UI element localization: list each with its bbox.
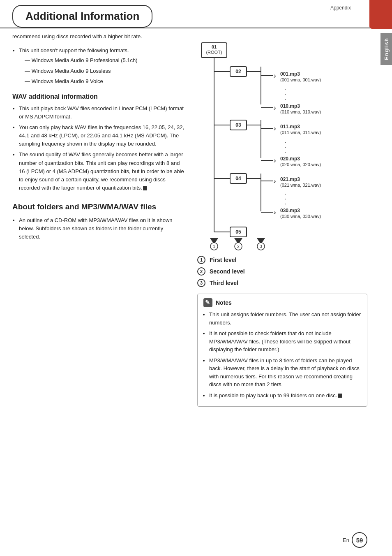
svg-text:♪: ♪: [273, 157, 276, 164]
svg-text:♪: ♪: [273, 178, 276, 184]
left-column: recommend using discs recorded with a hi…: [12, 32, 185, 407]
level-item-1: 1 First level: [197, 256, 367, 264]
svg-text:(021.wma, 021.wav): (021.wma, 021.wav): [280, 183, 321, 188]
svg-text:020.mp3: 020.mp3: [280, 156, 300, 162]
svg-text:·: ·: [285, 200, 286, 207]
sub-formats-list: Windows Media Audio 9 Professional (5.1c…: [25, 56, 185, 86]
sidebar-label: English: [383, 38, 390, 60]
wav-bullets-list: This unit plays back WAV files encoded i…: [19, 104, 185, 192]
folder-tree-diagram: 01 (ROOT) 02 ♪ 001.mp3 (001.wma, 001.wav…: [197, 37, 367, 252]
title-box: Additional Information: [12, 5, 152, 28]
intro-text: recommend using discs recorded with a hi…: [12, 32, 185, 41]
level-labels: 1 First level 2 Second level 3 Third lev…: [197, 256, 367, 287]
page-header: Additional Information Appendix: [0, 0, 392, 28]
footer-page-number: 59: [352, 532, 367, 548]
level-1-label: First level: [210, 257, 236, 263]
svg-text:01: 01: [212, 44, 217, 49]
wav-section-title: WAV additional information: [12, 93, 185, 100]
stop-symbol-2: [338, 394, 342, 398]
svg-text:010.mp3: 010.mp3: [280, 103, 300, 109]
note-item-1: This unit assigns folder numbers. The us…: [209, 310, 361, 327]
folders-section-title: About folders and MP3/WMA/WAV files: [12, 202, 185, 212]
level-1-circle: 1: [197, 256, 205, 264]
notes-title: Notes: [216, 299, 232, 306]
appendix-label: Appendix: [330, 5, 351, 11]
svg-text:2: 2: [237, 244, 240, 249]
main-content: recommend using discs recorded with a hi…: [0, 32, 392, 407]
folders-bullets-list: An outline of a CD-ROM with MP3/WMA/WAV …: [19, 216, 185, 241]
english-sidebar: English: [380, 33, 392, 65]
notes-icon: [203, 298, 212, 307]
wav-bullet-2: You can only play back WAV files in the …: [19, 123, 185, 148]
unsupported-formats-list: This unit doesn't support the following …: [19, 46, 185, 86]
notes-header: Notes: [203, 298, 361, 307]
wav-bullet-3: The sound quality of WAV files generally…: [19, 151, 185, 192]
level-3-label: Third level: [210, 280, 238, 286]
svg-text:·: ·: [285, 148, 286, 155]
svg-text:(020.wma, 020.wav): (020.wma, 020.wav): [280, 162, 321, 167]
svg-text:♪: ♪: [273, 104, 276, 111]
svg-text:♪: ♪: [273, 209, 276, 215]
note-item-3: MP3/WMA/WAV files in up to 8 tiers of fo…: [209, 357, 361, 389]
svg-text:(011.wma, 011.wav): (011.wma, 011.wav): [280, 130, 321, 135]
folders-bullet-1: An outline of a CD-ROM with MP3/WMA/WAV …: [19, 216, 185, 241]
svg-text:(030.wma, 030.wav): (030.wma, 030.wav): [280, 214, 321, 219]
level-item-3: 3 Third level: [197, 279, 367, 287]
note-item-4: It is possible to play back up to 99 fol…: [209, 392, 361, 400]
footer-en-label: En: [343, 537, 349, 543]
level-item-2: 2 Second level: [197, 267, 367, 276]
svg-text:(001.wma, 001.wav): (001.wma, 001.wav): [280, 77, 321, 82]
sub-format-2: Windows Media Audio 9 Lossless: [25, 67, 185, 75]
svg-text:001.mp3: 001.mp3: [280, 71, 300, 77]
svg-text:(010.wma, 010.wav): (010.wma, 010.wav): [280, 109, 321, 114]
svg-text:04: 04: [235, 176, 241, 181]
sub-format-1: Windows Media Audio 9 Professional (5.1c…: [25, 56, 185, 65]
note-item-2: It is not possible to check folders that…: [209, 329, 361, 354]
svg-text:·: ·: [285, 96, 286, 102]
svg-text:011.mp3: 011.mp3: [280, 124, 300, 130]
notes-list: This unit assigns folder numbers. The us…: [209, 310, 361, 399]
wav-bullet-1: This unit plays back WAV files encoded i…: [19, 104, 185, 121]
svg-text:1: 1: [213, 244, 215, 249]
stop-symbol: [143, 186, 147, 190]
level-2-circle: 2: [197, 267, 205, 276]
level-2-label: Second level: [210, 268, 245, 275]
sub-format-3: Windows Media Audio 9 Voice: [25, 77, 185, 86]
svg-text:03: 03: [235, 122, 241, 128]
right-column: 01 (ROOT) 02 ♪ 001.mp3 (001.wma, 001.wav…: [193, 32, 380, 407]
svg-text:♪: ♪: [273, 72, 276, 79]
svg-text:♪: ♪: [273, 125, 276, 132]
tab-indicator: [369, 0, 392, 29]
svg-text:3: 3: [260, 244, 262, 249]
notes-section: Notes This unit assigns folder numbers. …: [197, 294, 367, 407]
tree-svg: 01 (ROOT) 02 ♪ 001.mp3 (001.wma, 001.wav…: [197, 37, 329, 250]
svg-text:021.mp3: 021.mp3: [280, 176, 300, 182]
svg-text:030.mp3: 030.mp3: [280, 208, 300, 213]
unsupported-formats-item: This unit doesn't support the following …: [19, 46, 185, 86]
svg-text:(ROOT): (ROOT): [206, 50, 222, 55]
svg-text:02: 02: [235, 69, 241, 74]
level-3-circle: 3: [197, 279, 205, 287]
svg-text:05: 05: [235, 229, 241, 235]
page-footer: En 59: [343, 532, 367, 548]
page-title: Additional Information: [25, 10, 139, 23]
